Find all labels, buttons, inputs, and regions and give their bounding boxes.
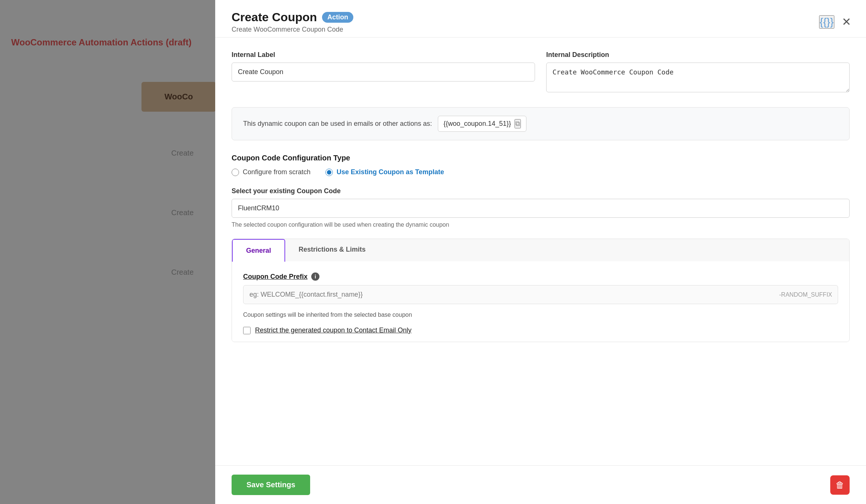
prefix-label-row: Coupon Code Prefix i — [243, 272, 838, 281]
modal-subtitle: Create WooCommerce Coupon Code — [232, 26, 353, 34]
info-icon[interactable]: i — [311, 272, 319, 281]
modal-footer: Save Settings 🗑 — [215, 465, 866, 504]
dynamic-coupon-text: This dynamic coupon can be used in email… — [243, 120, 432, 128]
tabs-header: General Restrictions & Limits — [232, 239, 849, 261]
coupon-select-input[interactable] — [232, 199, 850, 218]
inherit-note: Coupon settings will be inherited from t… — [243, 312, 838, 318]
modal-header-right: {{}} ✕ — [819, 15, 851, 29]
prefix-label: Coupon Code Prefix — [243, 273, 308, 281]
internal-label-label: Internal Label — [232, 51, 535, 59]
prefix-input-wrapper: -RANDOM_SUFFIX — [243, 285, 838, 304]
radio-template[interactable] — [325, 169, 333, 176]
restrict-label[interactable]: Restrict the generated coupon to Contact… — [255, 326, 411, 334]
internal-description-label: Internal Description — [546, 51, 850, 59]
prefix-input[interactable] — [243, 285, 838, 304]
curly-braces-icon: {{}} — [820, 16, 834, 28]
tab-restrictions[interactable]: Restrictions & Limits — [285, 239, 379, 261]
select-coupon-group: Select your existing Coupon Code — [232, 187, 850, 218]
option-template[interactable]: Use Existing Coupon as Template — [325, 168, 444, 176]
hint-text: The selected coupon configuration will b… — [232, 221, 850, 228]
tab-content-general: Coupon Code Prefix i -RANDOM_SUFFIX Coup… — [232, 261, 849, 342]
trash-icon: 🗑 — [835, 480, 844, 490]
radio-scratch[interactable] — [232, 169, 239, 176]
dynamic-coupon-banner: This dynamic coupon can be used in email… — [232, 107, 850, 140]
tab-general[interactable]: General — [232, 239, 285, 262]
close-icon: ✕ — [842, 16, 851, 28]
modal-body: Internal Label Internal Description Crea… — [215, 38, 866, 465]
template-icon-button[interactable]: {{}} — [819, 15, 834, 29]
action-badge: Action — [322, 12, 353, 23]
coupon-code-value: {{woo_coupon.14_51}} — [443, 120, 511, 128]
option-template-label: Use Existing Coupon as Template — [337, 168, 444, 176]
radio-group: Configure from scratch Use Existing Coup… — [232, 168, 850, 176]
tabs-container: General Restrictions & Limits Coupon Cod… — [232, 239, 850, 342]
internal-label-group: Internal Label — [232, 51, 535, 94]
select-coupon-label: Select your existing Coupon Code — [232, 187, 850, 195]
restrict-checkbox[interactable] — [243, 327, 251, 334]
copy-button[interactable]: ⧉ — [515, 119, 521, 128]
modal-title: Create Coupon — [232, 10, 317, 24]
modal-title-row: Create Coupon Action — [232, 10, 353, 24]
config-type-label: Coupon Code Configuration Type — [232, 154, 850, 162]
config-type-section: Coupon Code Configuration Type Configure… — [232, 154, 850, 176]
modal-header-left: Create Coupon Action Create WooCommerce … — [232, 10, 353, 34]
internal-label-input[interactable] — [232, 63, 535, 82]
delete-button[interactable]: 🗑 — [830, 475, 850, 495]
save-button[interactable]: Save Settings — [232, 475, 310, 495]
label-description-row: Internal Label Internal Description Crea… — [232, 51, 850, 94]
modal-panel: Create Coupon Action Create WooCommerce … — [215, 0, 866, 504]
restrict-row: Restrict the generated coupon to Contact… — [243, 326, 838, 334]
close-button[interactable]: ✕ — [842, 16, 851, 28]
internal-description-textarea[interactable]: Create WooCommerce Coupon Code — [546, 63, 850, 92]
modal-header: Create Coupon Action Create WooCommerce … — [215, 0, 866, 38]
option-scratch-label: Configure from scratch — [243, 168, 311, 176]
coupon-code-tag: {{woo_coupon.14_51}} ⧉ — [438, 116, 526, 132]
copy-icon: ⧉ — [515, 120, 520, 127]
option-scratch[interactable]: Configure from scratch — [232, 168, 311, 176]
internal-description-group: Internal Description Create WooCommerce … — [546, 51, 850, 94]
